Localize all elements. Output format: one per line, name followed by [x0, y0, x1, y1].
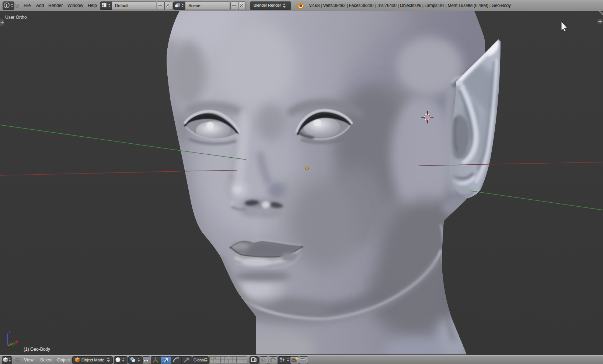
svg-text:y: y	[13, 342, 15, 346]
svg-text:(1) Geo-Body: (1) Geo-Body	[24, 347, 50, 352]
svg-text:User Ortho: User Ortho	[5, 15, 27, 20]
svg-text:z: z	[9, 330, 11, 334]
